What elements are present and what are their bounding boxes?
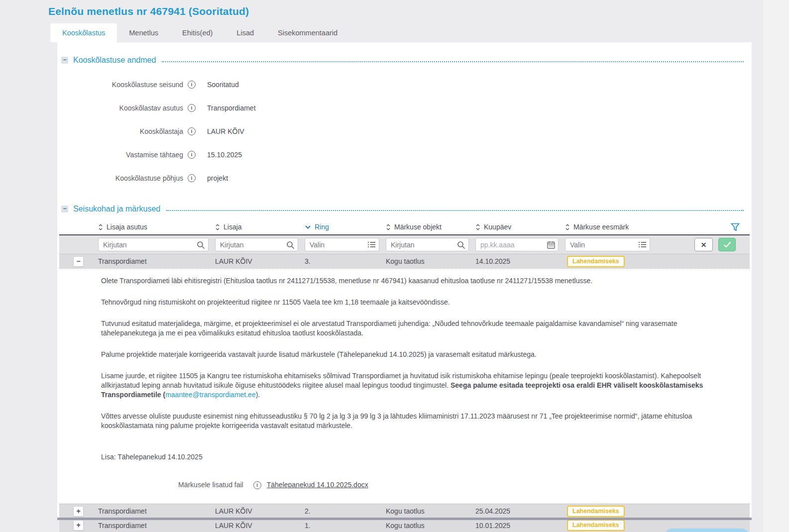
sort-icon (565, 223, 570, 231)
info-icon[interactable]: i (188, 81, 196, 89)
tab-kooskolastus[interactable]: Kooskõlastus (50, 23, 117, 42)
content-panel: − Kooskõlastuse andmed Kooskõlastuse sei… (57, 42, 752, 518)
filter-lisaja-asutus (98, 238, 209, 251)
cell-markuse-objekt: Kogu taotlus (386, 257, 475, 265)
field-value: Sooritatud (207, 81, 239, 89)
expand-row-button[interactable]: + (73, 520, 84, 531)
filter-ring (305, 238, 379, 251)
cell-ring: 3. (305, 257, 386, 265)
email-link[interactable]: maantee@transpordiamet.ee (165, 391, 256, 399)
calendar-icon[interactable] (547, 241, 555, 249)
sort-icon (475, 223, 480, 231)
remark-paragraph: Lisame juurde, et riigitee 11505 ja Kang… (101, 371, 727, 400)
dotted-leader (162, 61, 744, 62)
filter-funnel-icon[interactable] (731, 223, 740, 231)
filter-lisaja-input[interactable] (215, 238, 298, 251)
list-icon[interactable] (367, 241, 376, 248)
filter-markuse-objekt-input[interactable] (386, 238, 469, 251)
cell-ring: 1. (305, 522, 386, 530)
info-icon[interactable]: i (253, 481, 261, 489)
cell-markuse-objekt: Kogu taotlus (386, 522, 475, 530)
remark-lisa-line: Lisa: Tähelepanekud 14.10.2025 (101, 452, 727, 462)
cutoff-action-button[interactable] (664, 529, 750, 532)
info-icon[interactable]: i (188, 151, 196, 159)
search-icon[interactable] (197, 241, 205, 249)
page-title: Eelnõu menetlus nr 467941 (Sooritatud) (48, 5, 249, 17)
field-value: 15.10.2025 (207, 151, 242, 159)
remark-detail: Olete Transpordiameti läbi ehitisregistr… (59, 268, 750, 504)
sort-icon (98, 223, 103, 231)
sort-icon (386, 223, 391, 231)
tab-ehitised[interactable]: Ehitis(ed) (170, 23, 225, 42)
panel-bottom-bar (57, 518, 752, 520)
field-label: Kooskõlastav asutus (57, 104, 183, 112)
field-kooskolastaja: Kooskõlastaja i LAUR KÕIV (57, 119, 752, 143)
filter-clear-button[interactable]: ✕ (694, 238, 713, 251)
cell-ring: 2. (305, 507, 386, 515)
sort-icon (215, 223, 220, 231)
cell-markuse-objekt: Kogu taotlus (386, 507, 475, 515)
cell-lisaja: LAUR KÕIV (215, 257, 305, 265)
attachment-label: Märkusele lisatud fail (178, 480, 243, 490)
field-asutus: Kooskõlastav asutus i Transpordiamet (57, 96, 752, 119)
tab-lisad[interactable]: Lisad (225, 23, 266, 42)
field-label: Kooskõlastuse seisund (57, 81, 183, 89)
dotted-leader (166, 210, 744, 211)
attachment-file-link[interactable]: Tähelepanekud 14.10.2025.docx (267, 480, 368, 490)
attachment-row: Märkusele lisatud fail i Tähelepanekud 1… (101, 480, 727, 490)
table-row[interactable]: + Transpordiamet LAUR KÕIV 2. Kogu taotl… (59, 504, 750, 518)
column-header-lisaja[interactable]: Lisaja (215, 223, 305, 231)
filter-kuupaev (475, 238, 559, 251)
tab-bar: Kooskõlastus Menetlus Ehitis(ed) Lisad S… (50, 23, 349, 42)
remark-paragraph: Olete Transpordiameti läbi ehitisregistr… (101, 276, 727, 286)
remarks-table: Lisaja asutus Lisaja Ring Märkuse objekt… (59, 219, 750, 532)
field-value: projekt (207, 174, 228, 182)
remark-paragraph: Palume projektide materjale korrigeerida… (101, 350, 727, 359)
collapse-icon[interactable]: − (61, 206, 68, 213)
filter-apply-button[interactable] (718, 238, 736, 251)
column-header-markuse-eesmark[interactable]: Märkuse eesmärk (565, 223, 657, 231)
column-header-kuupaev[interactable]: Kuupäev (475, 223, 565, 231)
collapse-icon[interactable]: − (61, 57, 68, 64)
table-row[interactable]: − Transpordiamet LAUR KÕIV 3. Kogu taotl… (59, 254, 750, 268)
kooskolastus-fields: Kooskõlastuse seisund i Sooritatud Koosk… (57, 73, 752, 190)
filter-markuse-objekt (386, 238, 469, 251)
filter-kuupaev-date-input[interactable] (475, 238, 559, 251)
remark-paragraph: Tutvunud esitatud materjalidega, märgime… (101, 319, 727, 338)
field-pohjus: Kooskõlastuse põhjus i projekt (57, 166, 752, 190)
info-icon[interactable]: i (188, 127, 196, 135)
remark-paragraph: Võttes arvesse oluliste puuduste esinemi… (101, 412, 727, 430)
filter-actions: ✕ (694, 238, 736, 251)
section-title: Seisukohad ja märkused (73, 205, 160, 213)
section-header-seisukohad: − Seisukohad ja märkused (61, 205, 744, 213)
column-header-lisaja-asutus[interactable]: Lisaja asutus (98, 223, 215, 231)
filter-lisaja (215, 238, 298, 251)
status-badge: Lahendamiseks (567, 256, 625, 267)
search-icon[interactable] (286, 241, 295, 249)
column-header-markuse-objekt[interactable]: Märkuse objekt (386, 223, 475, 231)
field-label: Vastamise tähtaeg (57, 151, 183, 159)
filter-markuse-eesmark (565, 238, 650, 251)
tab-menetlus[interactable]: Menetlus (117, 23, 170, 42)
field-seisund: Kooskõlastuse seisund i Sooritatud (57, 73, 752, 96)
field-tahtaeg: Vastamise tähtaeg i 15.10.2025 (57, 143, 752, 166)
cell-lisaja: LAUR KÕIV (215, 507, 305, 515)
table-header-row: Lisaja asutus Lisaja Ring Märkuse objekt… (59, 219, 750, 235)
info-icon[interactable]: i (188, 174, 196, 182)
list-icon[interactable] (638, 241, 647, 248)
tab-sisekommentaarid[interactable]: Sisekommentaarid (266, 23, 349, 42)
status-badge: Lahendamiseks (567, 506, 625, 517)
info-icon[interactable]: i (188, 104, 196, 112)
cell-kuupaev: 25.04.2025 (475, 507, 565, 515)
filter-lisaja-asutus-input[interactable] (98, 238, 209, 251)
search-icon[interactable] (457, 241, 465, 249)
sort-desc-icon (305, 225, 311, 229)
column-header-ring[interactable]: Ring (305, 223, 386, 231)
field-label: Kooskõlastaja (57, 127, 183, 135)
table-row[interactable]: + Transpordiamet LAUR KÕIV 1. Kogu taotl… (59, 518, 750, 532)
expand-row-button[interactable]: + (73, 506, 84, 517)
cell-lisaja: LAUR KÕIV (215, 522, 305, 530)
cell-lisaja-asutus: Transpordiamet (98, 257, 215, 265)
filter-markuse-eesmark-select[interactable] (565, 238, 650, 251)
collapse-row-button[interactable]: − (73, 256, 84, 267)
